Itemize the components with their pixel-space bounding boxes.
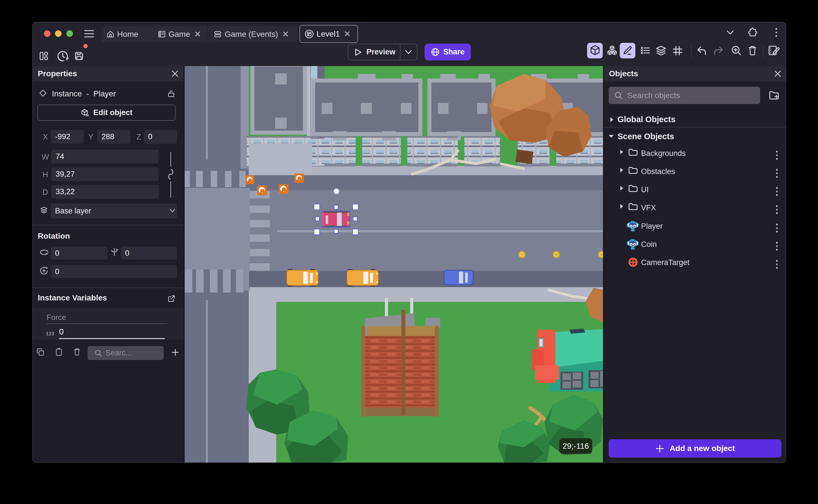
svg-text:29;-116: 29;-116 — [563, 442, 589, 450]
svg-text:3D: 3D — [85, 114, 89, 117]
